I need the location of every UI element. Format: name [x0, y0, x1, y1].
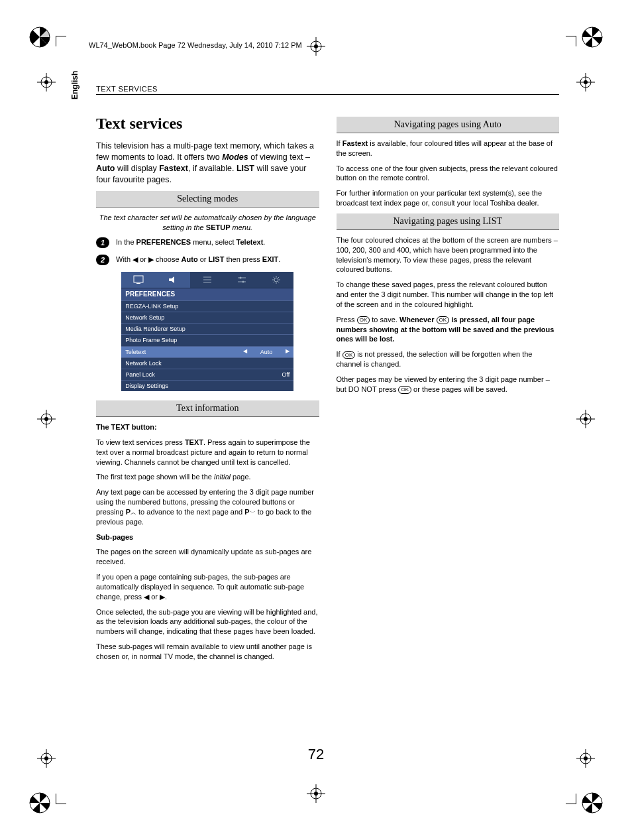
menu-row: Photo Frame Setup	[121, 334, 293, 345]
section-rule	[96, 94, 559, 95]
step-text: With ◀ or ▶ choose Auto or LIST then pre…	[116, 255, 319, 265]
running-header: WL74_WebOM.book Page 72 Wednesday, July …	[89, 41, 302, 49]
note-italic: The text character set will be automatic…	[96, 213, 319, 233]
tab-picture-icon	[121, 272, 156, 288]
body-paragraph: Other pages may be viewed by entering th…	[337, 375, 560, 394]
right-arrow-icon: ▶	[148, 255, 154, 263]
up-chevron-icon: ︿	[131, 509, 136, 516]
subhead-selecting-modes: Selecting modes	[96, 191, 319, 208]
svg-rect-37	[136, 283, 140, 284]
menu-row: Panel LockOff	[121, 369, 293, 380]
svg-line-52	[278, 282, 279, 282]
down-chevron-icon: ﹀	[250, 509, 256, 516]
menu-row-selected: Teletext◀Auto▶	[121, 346, 293, 357]
body-paragraph: These sub-pages will remain available to…	[96, 642, 319, 662]
menu-row: Network Setup	[121, 312, 293, 323]
page-number: 72	[73, 746, 559, 763]
body-paragraph: The pages on the screen will dynamically…	[96, 547, 319, 567]
ok-button-icon: OK	[342, 351, 356, 359]
language-tab: English	[70, 71, 79, 99]
columns: Text services This television has a mult…	[96, 113, 559, 760]
page: WL74_WebOM.book Page 72 Wednesday, July …	[0, 0, 632, 840]
step-2: 2 With ◀ or ▶ choose Auto or LIST then p…	[96, 255, 319, 265]
svg-line-51	[274, 277, 274, 278]
crosshair-icon	[576, 410, 595, 428]
step-1: 1 In the PREFERENCES menu, select Telete…	[96, 237, 319, 248]
registration-mark-icon	[29, 792, 50, 813]
body-paragraph: Press OK to save. Whenever OK is pressed…	[337, 315, 560, 345]
menu-title: PREFERENCES	[121, 288, 293, 300]
svg-point-43	[240, 277, 242, 279]
body-paragraph: For further information on your particul…	[337, 188, 560, 208]
crosshair-icon	[307, 784, 325, 803]
left-arrow-icon: ◀	[132, 255, 138, 263]
registration-mark-icon	[29, 27, 50, 48]
svg-line-54	[274, 282, 274, 282]
body-paragraph: To change these saved pages, press the r…	[337, 280, 560, 310]
column-left: Text services This television has a mult…	[96, 113, 319, 760]
text-button-heading: The TEXT button:	[96, 422, 319, 432]
subhead-nav-auto: Navigating pages using Auto	[337, 117, 560, 133]
body-paragraph: To access one of the four given subjects…	[337, 164, 560, 184]
tab-sound-icon	[156, 272, 190, 288]
menu-row: Display Settings	[121, 380, 293, 391]
intro-paragraph: This television has a multi-page text me…	[96, 141, 319, 186]
body-paragraph: If you open a page containing sub-pages,…	[96, 572, 319, 602]
registration-mark-icon	[582, 27, 603, 48]
body-paragraph: Any text page can be accessed by enterin…	[96, 487, 319, 526]
ok-button-icon: OK	[357, 316, 370, 324]
page-title: Text services	[96, 113, 319, 134]
step-badge: 2	[96, 255, 109, 265]
step-text: In the PREFERENCES menu, select Teletext…	[116, 237, 319, 247]
crosshair-icon	[576, 73, 595, 91]
subpages-heading: Sub-pages	[96, 532, 319, 542]
crosshair-icon	[307, 37, 325, 56]
crosshair-icon	[37, 410, 56, 428]
tab-list-icon	[190, 272, 225, 288]
crosshair-icon	[37, 73, 56, 91]
body-paragraph: To view text services press TEXT. Press …	[96, 438, 319, 467]
crosshair-icon	[37, 749, 56, 768]
menu-screenshot: PREFERENCES REGZA-LINK Setup Network Set…	[121, 272, 293, 391]
body-paragraph: The first text page shown will be the in…	[96, 472, 319, 482]
body-paragraph: Once selected, the sub-page you are view…	[96, 607, 319, 637]
svg-rect-36	[134, 276, 143, 282]
svg-point-45	[242, 281, 244, 283]
svg-point-46	[274, 278, 278, 282]
section-header: TEXT SERVICES	[96, 85, 158, 93]
left-arrow-icon: ◀	[243, 348, 247, 355]
crosshair-icon	[576, 749, 595, 768]
svg-line-53	[278, 277, 279, 278]
ok-button-icon: OK	[437, 316, 450, 324]
tab-gear-icon	[259, 272, 293, 288]
right-arrow-icon: ▶	[286, 348, 290, 355]
menu-row: REGZA-LINK Setup	[121, 300, 293, 312]
subhead-nav-list: Navigating pages using LIST	[337, 213, 560, 230]
body-paragraph: The four coloured choices at the bottom …	[337, 235, 560, 274]
column-right: Navigating pages using Auto If Fastext i…	[337, 113, 560, 760]
registration-mark-icon	[582, 792, 603, 813]
content-area: English TEXT SERVICES Text services This…	[73, 80, 559, 760]
right-arrow-icon: ▶	[160, 593, 165, 601]
body-paragraph: If OK is not pressed, the selection will…	[337, 349, 560, 369]
tab-sliders-icon	[225, 272, 259, 288]
menu-tabs	[121, 272, 293, 288]
subhead-text-information: Text information	[96, 400, 319, 417]
ok-button-icon: OK	[398, 386, 411, 394]
left-arrow-icon: ◀	[144, 593, 149, 601]
menu-row: Media Renderer Setup	[121, 323, 293, 334]
body-paragraph: If Fastext is available, four coloured t…	[337, 139, 560, 158]
svg-marker-38	[169, 276, 174, 283]
step-badge: 1	[96, 237, 109, 248]
menu-row: Network Lock	[121, 357, 293, 369]
